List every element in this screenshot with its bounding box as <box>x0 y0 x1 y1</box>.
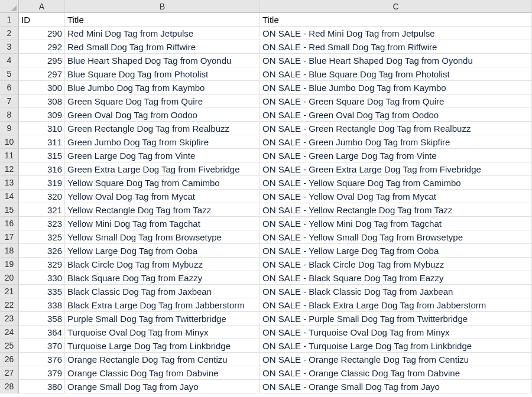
cell-title-onsale[interactable]: ON SALE - Green Square Dog Tag from Quir… <box>260 95 532 108</box>
row-head[interactable]: 16 <box>0 217 19 230</box>
cell-title[interactable]: Yellow Large Dog Tag from Ooba <box>65 244 260 258</box>
cell-title[interactable]: Blue Jumbo Dog Tag from Kaymbo <box>65 81 260 95</box>
cell-title-onsale[interactable]: ON SALE - Green Oval Dog Tag from Oodoo <box>260 108 532 122</box>
cell-title[interactable]: Red Small Dog Tag from Riffwire <box>65 40 260 54</box>
cell-title[interactable]: Yellow Small Dog Tag from Browsetype <box>65 230 260 244</box>
cell-id[interactable]: 290 <box>19 27 65 40</box>
cell-title-onsale[interactable]: ON SALE - Black Extra Large Dog Tag from… <box>260 298 532 312</box>
row-head[interactable]: 7 <box>0 95 19 108</box>
col-head-a[interactable]: A <box>19 0 65 13</box>
cell-id[interactable]: 376 <box>19 353 65 366</box>
row-head[interactable]: 23 <box>0 312 19 326</box>
cell-title-onsale[interactable]: ON SALE - Blue Heart Shaped Dog Tag from… <box>260 54 532 67</box>
cell-id[interactable]: 316 <box>19 162 65 176</box>
cell-title[interactable]: Turquoise Large Dog Tag from Linkbridge <box>65 339 260 353</box>
row-head[interactable]: 2 <box>0 27 19 40</box>
cell-id[interactable]: 338 <box>19 298 65 312</box>
cell-title-onsale[interactable]: ON SALE - Blue Jumbo Dog Tag from Kaymbo <box>260 81 532 95</box>
cell-title-onsale[interactable]: ON SALE - Red Small Dog Tag from Riffwir… <box>260 40 532 54</box>
cell-title[interactable]: Red Mini Dog Tag from Jetpulse <box>65 27 260 40</box>
row-head[interactable]: 13 <box>0 176 19 190</box>
cell-id[interactable]: 364 <box>19 326 65 339</box>
row-head[interactable]: 8 <box>0 108 19 122</box>
row-head[interactable]: 3 <box>0 40 19 54</box>
cell-title-onsale[interactable]: ON SALE - Black Classic Dog Tag from Jax… <box>260 285 532 298</box>
cell-id[interactable]: 292 <box>19 40 65 54</box>
cell-title-onsale[interactable]: ON SALE - Orange Small Dog Tag from Jayo <box>260 380 532 393</box>
select-all-corner[interactable] <box>0 0 19 13</box>
cell-title[interactable]: Turquoise Oval Dog Tag from Minyx <box>65 326 260 339</box>
cell-title-onsale[interactable]: ON SALE - Yellow Square Dog Tag from Cam… <box>260 176 532 190</box>
row-head[interactable]: 5 <box>0 67 19 81</box>
cell-id[interactable]: 315 <box>19 149 65 162</box>
cell-id[interactable]: 295 <box>19 54 65 67</box>
cell-title[interactable]: Green Square Dog Tag from Quire <box>65 95 260 108</box>
cell-title-onsale[interactable]: ON SALE - Yellow Large Dog Tag from Ooba <box>260 244 532 258</box>
row-head[interactable]: 20 <box>0 271 19 285</box>
cell-b1[interactable]: Title <box>65 13 260 27</box>
cell-id[interactable]: 323 <box>19 217 65 230</box>
cell-id[interactable]: 380 <box>19 380 65 393</box>
cell-title-onsale[interactable]: ON SALE - Green Extra Large Dog Tag from… <box>260 162 532 176</box>
cell-id[interactable]: 325 <box>19 230 65 244</box>
cell-title[interactable]: Black Circle Dog Tag from Mybuzz <box>65 258 260 271</box>
cell-title[interactable]: Black Square Dog Tag from Eazzy <box>65 271 260 285</box>
cell-title-onsale[interactable]: ON SALE - Black Square Dog Tag from Eazz… <box>260 271 532 285</box>
cell-title[interactable]: Orange Classic Dog Tag from Dabvine <box>65 366 260 380</box>
cell-id[interactable]: 335 <box>19 285 65 298</box>
cell-id[interactable]: 311 <box>19 135 65 149</box>
cell-id[interactable]: 330 <box>19 271 65 285</box>
cell-title[interactable]: Green Jumbo Dog Tag from Skipfire <box>65 135 260 149</box>
cell-title[interactable]: Yellow Mini Dog Tag from Tagchat <box>65 217 260 230</box>
row-head[interactable]: 27 <box>0 366 19 380</box>
cell-title-onsale[interactable]: ON SALE - Turquoise Oval Dog Tag from Mi… <box>260 326 532 339</box>
cell-title-onsale[interactable]: ON SALE - Orange Rectangle Dog Tag from … <box>260 353 532 366</box>
row-head[interactable]: 12 <box>0 162 19 176</box>
cell-id[interactable]: 321 <box>19 203 65 217</box>
row-head[interactable]: 17 <box>0 230 19 244</box>
cell-title-onsale[interactable]: ON SALE - Green Jumbo Dog Tag from Skipf… <box>260 135 532 149</box>
cell-title[interactable]: Blue Heart Shaped Dog Tag from Oyondu <box>65 54 260 67</box>
col-head-b[interactable]: B <box>65 0 260 13</box>
row-head[interactable]: 26 <box>0 353 19 366</box>
row-head[interactable]: 28 <box>0 380 19 393</box>
cell-id[interactable]: 379 <box>19 366 65 380</box>
row-head[interactable]: 9 <box>0 122 19 135</box>
cell-title[interactable]: Green Rectangle Dog Tag from Realbuzz <box>65 122 260 135</box>
cell-id[interactable]: 358 <box>19 312 65 326</box>
cell-id[interactable]: 309 <box>19 108 65 122</box>
cell-title-onsale[interactable]: ON SALE - Purple Small Dog Tag from Twit… <box>260 312 532 326</box>
row-head[interactable]: 15 <box>0 203 19 217</box>
cell-title-onsale[interactable]: ON SALE - Yellow Rectangle Dog Tag from … <box>260 203 532 217</box>
cell-title-onsale[interactable]: ON SALE - Yellow Mini Dog Tag from Tagch… <box>260 217 532 230</box>
cell-title[interactable]: Green Extra Large Dog Tag from Fivebridg… <box>65 162 260 176</box>
cell-id[interactable]: 310 <box>19 122 65 135</box>
cell-id[interactable]: 297 <box>19 67 65 81</box>
cell-title-onsale[interactable]: ON SALE - Blue Square Dog Tag from Photo… <box>260 67 532 81</box>
cell-a1[interactable]: ID <box>19 13 65 27</box>
cell-title[interactable]: Yellow Oval Dog Tag from Mycat <box>65 190 260 203</box>
row-head[interactable]: 19 <box>0 258 19 271</box>
cell-c1[interactable]: Title <box>260 13 532 27</box>
row-head[interactable]: 21 <box>0 285 19 298</box>
row-head[interactable]: 18 <box>0 244 19 258</box>
cell-title[interactable]: Black Classic Dog Tag from Jaxbean <box>65 285 260 298</box>
row-head[interactable]: 24 <box>0 326 19 339</box>
cell-title-onsale[interactable]: ON SALE - Turquoise Large Dog Tag from L… <box>260 339 532 353</box>
cell-title-onsale[interactable]: ON SALE - Red Mini Dog Tag from Jetpulse <box>260 27 532 40</box>
cell-id[interactable]: 320 <box>19 190 65 203</box>
cell-title-onsale[interactable]: ON SALE - Orange Classic Dog Tag from Da… <box>260 366 532 380</box>
cell-title[interactable]: Yellow Rectangle Dog Tag from Tazz <box>65 203 260 217</box>
cell-title-onsale[interactable]: ON SALE - Black Circle Dog Tag from Mybu… <box>260 258 532 271</box>
cell-id[interactable]: 308 <box>19 95 65 108</box>
cell-title[interactable]: Purple Small Dog Tag from Twitterbridge <box>65 312 260 326</box>
row-head[interactable]: 14 <box>0 190 19 203</box>
row-head[interactable]: 10 <box>0 135 19 149</box>
cell-title[interactable]: Orange Small Dog Tag from Jayo <box>65 380 260 393</box>
cell-id[interactable]: 329 <box>19 258 65 271</box>
cell-title[interactable]: Orange Rectangle Dog Tag from Centizu <box>65 353 260 366</box>
cell-title-onsale[interactable]: ON SALE - Yellow Oval Dog Tag from Mycat <box>260 190 532 203</box>
row-head[interactable]: 22 <box>0 298 19 312</box>
cell-title[interactable]: Blue Square Dog Tag from Photolist <box>65 67 260 81</box>
cell-id[interactable]: 319 <box>19 176 65 190</box>
